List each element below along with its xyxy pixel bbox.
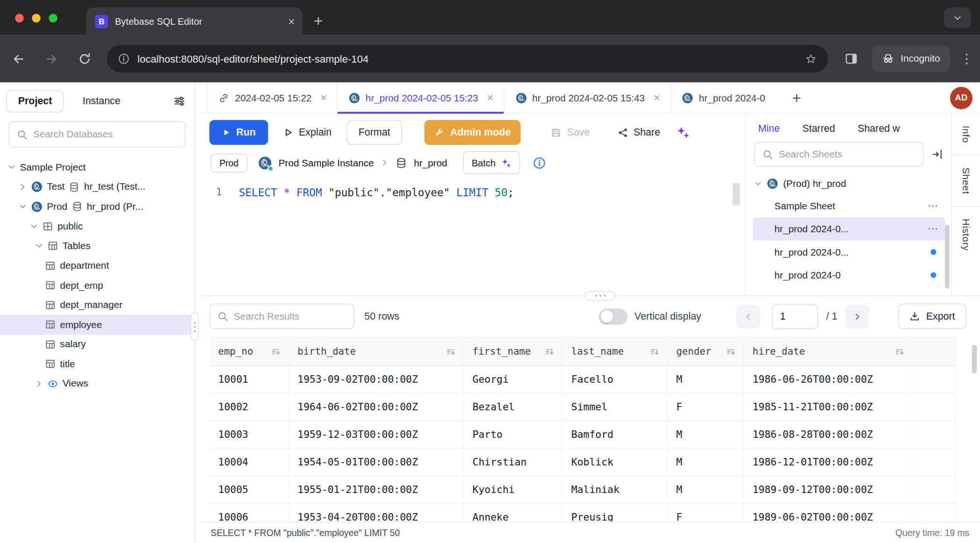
zoom-window-button[interactable] xyxy=(49,14,58,22)
run-button[interactable]: Run xyxy=(209,120,268,145)
database-name[interactable]: hr_prod xyxy=(414,157,447,168)
sort-icon[interactable] xyxy=(726,347,735,357)
info-icon[interactable] xyxy=(533,157,546,169)
tree-item-sample-project[interactable]: Sample Project xyxy=(0,157,195,177)
tab-starred[interactable]: Starred xyxy=(802,123,835,134)
chevron-right-icon[interactable] xyxy=(19,183,27,191)
new-sheet-tab-button[interactable]: + xyxy=(792,90,801,105)
sheet-item[interactable]: Sample Sheet⋯ xyxy=(753,194,945,217)
sort-icon[interactable] xyxy=(446,347,455,357)
tree-item-salary[interactable]: salary xyxy=(0,335,195,354)
rail-tab-sheet[interactable]: Sheet xyxy=(952,155,980,206)
results-search[interactable] xyxy=(209,304,354,329)
sidebar-resize-handle[interactable] xyxy=(195,82,201,543)
sheet-group[interactable]: (Prod) hr_prod xyxy=(753,173,945,194)
browser-menu-icon[interactable]: ⋮ xyxy=(960,51,969,66)
chevron-down-icon[interactable] xyxy=(35,242,43,250)
tree-item-department[interactable]: department xyxy=(0,256,195,275)
close-tab-icon[interactable]: × xyxy=(654,91,660,104)
url-bar[interactable]: localhost:8080/sql-editor/sheet/project-… xyxy=(107,45,829,72)
batch-button[interactable]: Batch xyxy=(463,151,520,174)
tree-item-hr-prod-pr[interactable]: Prodhr_prod (Pr... xyxy=(0,197,195,216)
sheets-scrollbar[interactable] xyxy=(945,225,949,288)
prev-page-button[interactable] xyxy=(736,305,760,329)
tab-shared[interactable]: Shared w xyxy=(858,123,900,134)
tab-mine[interactable]: Mine xyxy=(758,123,779,134)
editor-tab[interactable]: hr_prod 2024-02-05 15:23× xyxy=(338,82,504,113)
new-browser-tab-button[interactable]: + xyxy=(314,13,323,29)
rail-tab-info[interactable]: Info xyxy=(952,114,980,155)
search-results-input[interactable] xyxy=(234,311,346,322)
close-window-button[interactable] xyxy=(15,14,24,22)
search-databases-input[interactable] xyxy=(33,129,178,140)
tree-item-dept-emp[interactable]: dept_emp xyxy=(0,276,195,295)
share-button[interactable]: Share xyxy=(611,120,667,145)
format-button[interactable]: Format xyxy=(346,120,402,145)
chevron-down-icon[interactable] xyxy=(7,163,15,171)
close-tab-icon[interactable]: × xyxy=(320,91,327,104)
bookmark-star-icon[interactable] xyxy=(805,53,817,64)
tree-item-tables[interactable]: Tables xyxy=(0,236,195,256)
chevron-right-icon[interactable] xyxy=(35,379,43,387)
instance-name[interactable]: Prod Sample Instance xyxy=(279,157,374,168)
reload-icon[interactable] xyxy=(78,51,92,66)
column-header-hire_date[interactable]: hire_date xyxy=(744,338,913,366)
tree-item-employee[interactable]: employee xyxy=(0,315,195,335)
tree-item-hr-test-test[interactable]: Testhr_test (Test... xyxy=(0,177,195,197)
sheet-item[interactable]: hr_prod 2024-0...⋯ xyxy=(753,217,945,240)
explain-button[interactable]: Explain xyxy=(277,120,338,145)
tab-instance[interactable]: Instance xyxy=(83,96,121,107)
browser-tab[interactable]: B Bytebase SQL Editor × xyxy=(86,7,303,35)
tree-item-title[interactable]: title xyxy=(0,354,195,374)
sheet-menu-icon[interactable]: ⋯ xyxy=(928,222,939,236)
sort-icon[interactable] xyxy=(895,347,904,357)
minimize-window-button[interactable] xyxy=(32,14,41,22)
editor-tab[interactable]: hr_prod 2024-02-05 15:43× xyxy=(504,82,670,113)
column-header-gender[interactable]: gender xyxy=(668,338,744,366)
export-button[interactable]: Export xyxy=(898,304,966,329)
forward-icon[interactable] xyxy=(44,51,59,66)
sheet-search[interactable] xyxy=(754,142,923,166)
sql-text[interactable]: SELECT * FROM "public"."employee" LIMIT … xyxy=(232,184,514,200)
chevron-down-icon[interactable] xyxy=(19,202,27,210)
sheet-item[interactable]: hr_prod 2024-0 xyxy=(753,264,945,286)
column-header-birth_date[interactable]: birth_date xyxy=(289,338,464,366)
filter-settings-icon[interactable] xyxy=(173,95,186,107)
vertical-display-toggle[interactable] xyxy=(599,308,627,325)
chevron-down-icon[interactable] xyxy=(754,180,762,187)
sort-icon[interactable] xyxy=(271,347,281,357)
tree-item-public[interactable]: public xyxy=(0,216,195,236)
page-input[interactable] xyxy=(772,304,818,329)
sheet-item[interactable]: hr_prod 2024-0... xyxy=(753,241,945,264)
side-panel-icon[interactable] xyxy=(844,52,858,65)
tab-list-button[interactable] xyxy=(944,7,971,28)
close-tab-icon[interactable]: × xyxy=(487,91,493,104)
editor-tab[interactable]: hr_prod 2024-0 xyxy=(671,82,782,113)
column-header-last_name[interactable]: last_name xyxy=(562,338,668,366)
search-sheets-input[interactable] xyxy=(779,149,916,160)
column-header-first_name[interactable]: first_name xyxy=(464,338,562,366)
admin-mode-button[interactable]: Admin mode xyxy=(425,120,521,145)
column-header-emp_no[interactable]: emp_no xyxy=(209,338,289,366)
next-page-button[interactable] xyxy=(845,305,869,329)
editor-scrollbar[interactable] xyxy=(733,183,740,206)
rail-tab-history[interactable]: History xyxy=(952,206,980,263)
ai-sparkles-icon[interactable] xyxy=(677,126,690,139)
user-avatar[interactable]: AD xyxy=(950,86,973,109)
sheet-menu-icon[interactable]: ⋯ xyxy=(928,199,939,212)
sql-editor[interactable]: 1 SELECT * FROM "public"."employee" LIMI… xyxy=(201,179,745,296)
save-button[interactable]: Save xyxy=(545,120,596,145)
site-info-icon[interactable] xyxy=(118,53,130,64)
tree-item-views[interactable]: Views xyxy=(0,374,195,393)
close-browser-tab-icon[interactable]: × xyxy=(288,15,295,27)
results-scrollbar[interactable] xyxy=(972,345,977,373)
chevron-down-icon[interactable] xyxy=(30,222,38,230)
sort-icon[interactable] xyxy=(545,347,555,357)
sort-icon[interactable] xyxy=(650,347,659,357)
tab-project[interactable]: Project xyxy=(6,90,64,112)
database-search[interactable] xyxy=(9,121,186,147)
tree-item-dept-manager[interactable]: dept_manager xyxy=(0,295,195,315)
results-resize-handle[interactable] xyxy=(585,291,615,300)
back-icon[interactable] xyxy=(11,51,26,66)
collapse-panel-icon[interactable] xyxy=(931,148,944,161)
